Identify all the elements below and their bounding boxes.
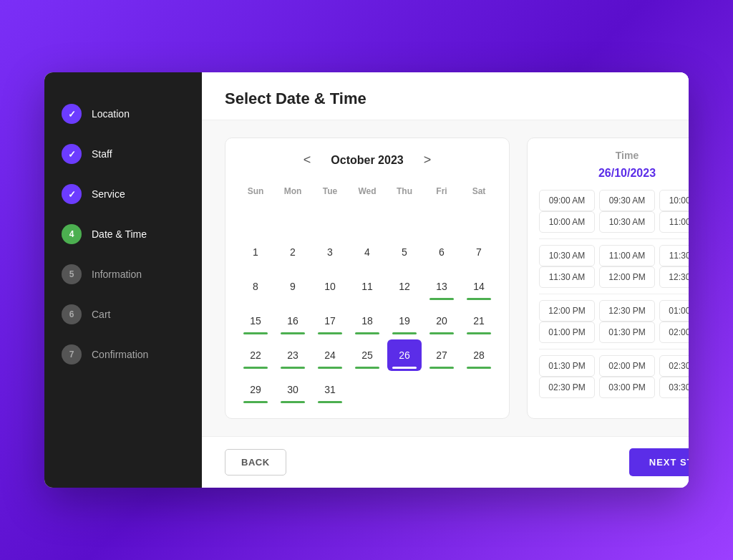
checkmark-icon-2: ✓	[68, 149, 76, 160]
calendar-cell: 26	[386, 338, 423, 372]
time-slot[interactable]: 03:00 PM	[599, 377, 655, 398]
calendar-week-row: 891011121314	[237, 269, 497, 304]
day-cell[interactable]: 11	[350, 271, 384, 302]
day-cell[interactable]: 20	[424, 305, 459, 337]
day-cell[interactable]: 7	[462, 236, 496, 268]
time-slot[interactable]: 02:30 PM	[659, 355, 689, 377]
time-slot[interactable]: 03:30 PM	[659, 377, 689, 398]
calendar-cell: 17	[311, 304, 349, 338]
day-cell[interactable]: 12	[387, 271, 422, 302]
day-cell[interactable]: 13	[424, 271, 459, 302]
day-cell[interactable]: 30	[276, 374, 310, 405]
day-cell[interactable]: 24	[313, 339, 347, 371]
back-button[interactable]: BACK	[225, 449, 286, 475]
time-divider	[539, 294, 689, 294]
time-row: 02:30 PM03:00 PM03:30 PM	[539, 377, 689, 398]
day-cell[interactable]: 2	[276, 236, 310, 268]
day-cell[interactable]: 29	[238, 374, 273, 405]
calendar-cell: 28	[460, 338, 497, 372]
sidebar-item-staff[interactable]: ✓ Staff	[44, 134, 202, 174]
day-cell[interactable]: 21	[462, 305, 496, 337]
time-slot[interactable]: 11:00 AM	[659, 211, 689, 233]
time-slot[interactable]: 01:30 PM	[539, 355, 595, 377]
time-slot[interactable]: 01:00 PM	[659, 300, 689, 322]
day-cell	[424, 202, 459, 233]
time-slot[interactable]: 12:00 PM	[599, 266, 655, 288]
day-cell[interactable]: 31	[313, 374, 347, 405]
content-area: Select Date & Time < October 2023 > Sun …	[202, 72, 689, 488]
day-cell[interactable]: 19	[387, 305, 422, 337]
day-cell	[238, 202, 273, 233]
content-header: Select Date & Time	[202, 72, 689, 120]
day-cell[interactable]: 25	[350, 339, 384, 371]
day-cell[interactable]: 14	[462, 271, 496, 302]
sidebar-item-datetime[interactable]: 4 Date & Time	[44, 214, 202, 254]
day-cell[interactable]: 6	[424, 236, 459, 268]
sidebar-item-location[interactable]: ✓ Location	[44, 94, 202, 134]
sidebar-item-cart[interactable]: 6 Cart	[44, 294, 202, 334]
day-header-mon: Mon	[274, 182, 311, 201]
day-cell[interactable]: 10	[313, 271, 347, 302]
time-slot[interactable]: 10:00 AM	[659, 190, 689, 211]
day-cell	[350, 202, 384, 233]
day-cell[interactable]: 27	[424, 339, 459, 371]
calendar-cell: 6	[423, 235, 460, 269]
day-cell	[313, 202, 347, 233]
calendar-cell: 13	[423, 269, 460, 304]
day-cell[interactable]: 15	[238, 305, 273, 337]
day-cell[interactable]: 5	[387, 236, 422, 268]
time-slot[interactable]: 01:00 PM	[539, 322, 595, 343]
day-header-sat: Sat	[460, 182, 497, 201]
time-slot[interactable]: 11:30 AM	[539, 266, 595, 288]
day-header-wed: Wed	[349, 182, 386, 201]
time-section: Time 26/10/2023 09:00 AM09:30 AM10:00 AM…	[527, 137, 689, 419]
time-slot[interactable]: 11:30 AM	[659, 245, 689, 266]
calendar-cell: 31	[311, 372, 349, 407]
calendar-cell: 10	[311, 269, 349, 304]
next-step-button[interactable]: NEXT STEP	[629, 448, 689, 476]
next-month-button[interactable]: >	[418, 150, 437, 170]
time-row: 01:00 PM01:30 PM02:00 PM	[539, 322, 689, 343]
day-cell[interactable]: 22	[238, 339, 273, 371]
sidebar-item-confirmation[interactable]: 7 Confirmation	[44, 334, 202, 375]
time-slot[interactable]: 02:00 PM	[659, 322, 689, 343]
calendar-cell: 3	[311, 235, 349, 269]
day-cell[interactable]: 4	[350, 236, 384, 268]
time-slot[interactable]: 09:00 AM	[539, 190, 595, 211]
day-cell[interactable]: 28	[462, 339, 496, 371]
day-cell[interactable]: 23	[276, 339, 310, 371]
time-row: 12:00 PM12:30 PM01:00 PM	[539, 300, 689, 322]
calendar-cell: 20	[423, 304, 460, 338]
sidebar-label-cart: Cart	[92, 309, 110, 320]
day-cell[interactable]: 3	[313, 236, 347, 268]
time-slot[interactable]: 02:00 PM	[599, 355, 655, 377]
time-slot[interactable]: 12:00 PM	[539, 300, 595, 322]
day-cell[interactable]: 8	[238, 271, 273, 302]
calendar-cell: 30	[274, 372, 311, 407]
time-row: 01:30 PM02:00 PM02:30 PM	[539, 355, 689, 377]
time-slot[interactable]: 12:30 PM	[659, 266, 689, 288]
calendar-cell	[386, 372, 423, 407]
day-cell[interactable]: 9	[276, 271, 310, 302]
time-slot[interactable]: 11:00 AM	[599, 245, 655, 266]
calendar-header-row: Sun Mon Tue Wed Thu Fri Sat	[237, 182, 497, 201]
time-slot[interactable]: 10:00 AM	[539, 211, 595, 233]
sidebar-item-information[interactable]: 5 Information	[44, 254, 202, 294]
prev-month-button[interactable]: <	[298, 150, 317, 170]
time-row: 11:30 AM12:00 PM12:30 PM	[539, 266, 689, 288]
time-slot[interactable]: 10:30 AM	[599, 211, 655, 233]
day-cell[interactable]: 16	[276, 305, 310, 337]
time-slot[interactable]: 02:30 PM	[539, 377, 595, 398]
day-cell	[350, 374, 384, 405]
time-slot[interactable]: 09:30 AM	[599, 190, 655, 211]
time-slot[interactable]: 10:30 AM	[539, 245, 595, 266]
day-cell[interactable]: 17	[313, 305, 347, 337]
step-circle-5: 5	[62, 264, 82, 284]
sidebar-item-service[interactable]: ✓ Service	[44, 174, 202, 214]
calendar-cell	[423, 201, 460, 235]
day-cell[interactable]: 1	[238, 236, 273, 268]
day-cell[interactable]: 26	[387, 339, 422, 371]
time-slot[interactable]: 12:30 PM	[599, 300, 655, 322]
day-cell[interactable]: 18	[350, 305, 384, 337]
time-slot[interactable]: 01:30 PM	[599, 322, 655, 343]
